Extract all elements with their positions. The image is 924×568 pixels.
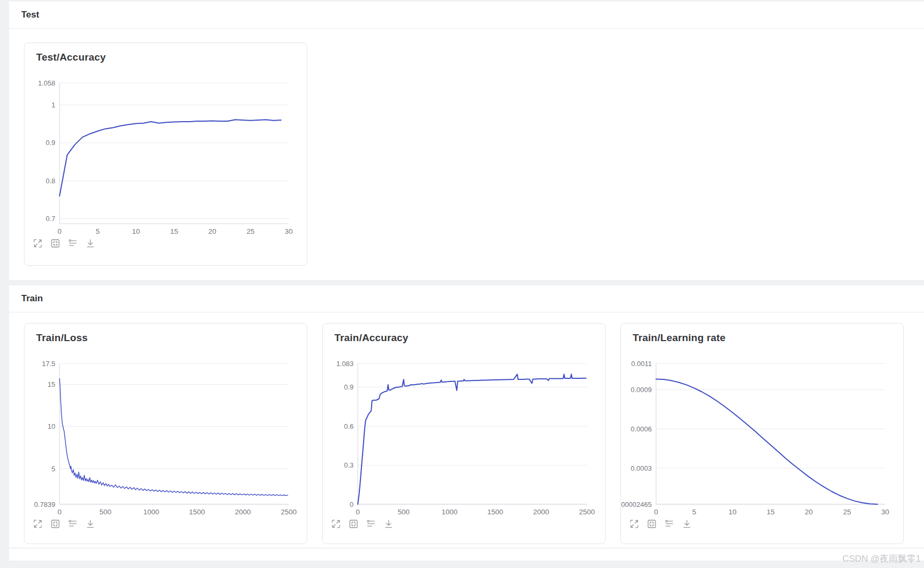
svg-text:500: 500 [398,508,410,516]
svg-text:2500: 2500 [579,508,595,516]
svg-text:17.5: 17.5 [42,360,55,368]
section-test-header[interactable]: Test [9,2,924,29]
svg-text:1000: 1000 [143,508,159,516]
svg-text:0: 0 [57,227,62,235]
svg-text:0.9: 0.9 [46,139,55,147]
svg-text:0.0011: 0.0011 [631,360,652,368]
svg-text:0.0003: 0.0003 [631,464,652,472]
download-icon[interactable] [85,519,96,529]
svg-text:30: 30 [881,508,889,516]
chart-plot-area[interactable]: 0.00110.00090.00060.00030.00002465051015… [621,324,903,544]
chart-toolbar [331,519,394,529]
svg-text:1500: 1500 [488,508,503,516]
svg-text:0.8: 0.8 [46,177,55,185]
svg-text:5: 5 [96,227,100,235]
svg-text:25: 25 [247,227,255,235]
section-test: Test Test/Accuracy 1.05810.90.80.7051015… [9,2,924,280]
svg-text:2000: 2000 [235,508,251,516]
chart-plot-area[interactable]: 17.5151050.783905001000150020002500 [24,324,307,544]
svg-text:0: 0 [356,508,360,516]
dashboard-page: Test Test/Accuracy 1.05810.90.80.7051015… [9,2,924,561]
chart-toolbar [32,238,96,249]
svg-text:10: 10 [132,227,140,235]
svg-text:1.083: 1.083 [336,360,354,368]
chart-toolbar [629,519,692,529]
chart-card-train-accuracy: Train/Accuracy 1.0830.90.60.300500100015… [322,323,606,544]
bottom-strip [9,548,924,561]
svg-text:0.0009: 0.0009 [631,386,652,394]
svg-text:2500: 2500 [281,508,297,516]
section-title-train: Train [21,293,43,304]
chart-plot-area[interactable]: 1.0830.90.60.3005001000150020002500 [323,324,605,544]
chart-plot-area[interactable]: 1.05810.90.80.7051015202530 [24,43,307,265]
chart-title: Train/Learning rate [633,332,726,344]
svg-text:0: 0 [654,508,658,516]
section-title-test: Test [21,10,39,20]
chart-title: Train/Accuracy [334,332,408,344]
svg-text:0.7: 0.7 [46,215,55,223]
svg-text:5: 5 [692,508,696,516]
svg-text:0.9: 0.9 [344,383,354,391]
download-icon[interactable] [682,519,692,529]
fullscreen-icon[interactable] [32,238,43,249]
section-train: Train Train/Loss 17.5151050.783905001000… [9,285,924,548]
svg-text:0.00002465: 0.00002465 [621,501,652,508]
section-train-header[interactable]: Train [9,285,924,312]
svg-text:5: 5 [52,465,55,473]
svg-text:1000: 1000 [441,508,457,516]
svg-text:2000: 2000 [533,508,549,516]
smoothing-icon[interactable] [68,238,78,249]
svg-text:30: 30 [284,227,292,235]
chart-title: Test/Accuracy [36,52,106,63]
chart-title: Train/Loss [36,332,88,344]
smoothing-icon[interactable] [366,519,376,529]
chart-toolbar [32,519,96,529]
section-divider [9,280,924,285]
fullscreen-icon[interactable] [629,519,640,529]
download-icon[interactable] [85,238,96,249]
collapse-icon[interactable] [646,519,657,529]
svg-text:15: 15 [48,380,55,388]
collapse-icon[interactable] [50,238,61,249]
svg-text:0.6: 0.6 [344,422,354,430]
fullscreen-icon[interactable] [331,519,341,529]
svg-text:20: 20 [208,227,216,235]
svg-text:0.0006: 0.0006 [631,425,652,433]
svg-text:0: 0 [350,501,354,508]
svg-text:1500: 1500 [189,508,205,516]
smoothing-icon[interactable] [664,519,675,529]
svg-text:0.3: 0.3 [344,461,354,469]
section-test-body: Test/Accuracy 1.05810.90.80.705101520253… [9,29,924,280]
collapse-icon[interactable] [50,519,61,529]
svg-text:500: 500 [99,508,112,516]
chart-card-train-loss: Train/Loss 17.5151050.783905001000150020… [24,323,307,544]
collapse-icon[interactable] [348,519,359,529]
svg-text:25: 25 [843,508,851,516]
chart-card-train-learning-rate: Train/Learning rate 0.00110.00090.00060.… [620,323,904,544]
svg-text:10: 10 [48,422,55,430]
smoothing-icon[interactable] [68,519,78,529]
chart-card-test-accuracy: Test/Accuracy 1.05810.90.80.705101520253… [24,43,307,266]
svg-text:15: 15 [170,227,178,235]
svg-text:20: 20 [805,508,813,516]
svg-text:1.058: 1.058 [38,79,55,87]
section-train-body: Train/Loss 17.5151050.783905001000150020… [9,312,924,548]
svg-text:10: 10 [728,508,736,516]
watermark: CSDN @夜雨飘零1 [842,553,921,565]
svg-text:1: 1 [52,101,55,109]
svg-text:15: 15 [767,508,775,516]
svg-text:0: 0 [57,508,62,516]
svg-text:0.7839: 0.7839 [34,501,55,508]
download-icon[interactable] [383,519,394,529]
fullscreen-icon[interactable] [32,519,43,529]
